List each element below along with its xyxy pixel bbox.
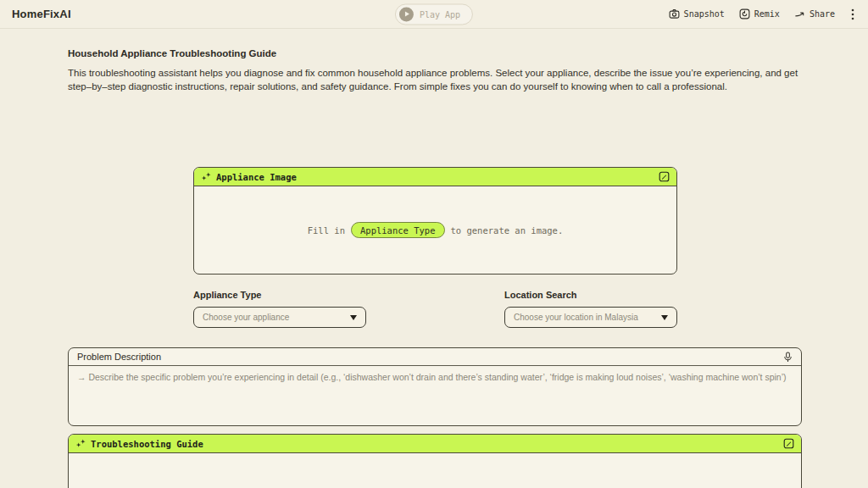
appliance-type-value: Choose your appliance: [203, 313, 289, 322]
sparkle-icon: [75, 438, 86, 449]
chevron-down-icon: [661, 315, 668, 320]
appliance-type-pill[interactable]: Appliance Type: [351, 222, 445, 238]
edit-icon[interactable]: [659, 171, 670, 182]
topbar-actions: Snapshot Remix Share: [669, 7, 856, 22]
problem-description-input[interactable]: [69, 366, 801, 424]
empty-state-prefix: Fill in: [308, 225, 345, 236]
edit-icon[interactable]: [783, 438, 794, 449]
appliance-type-label: Appliance Type: [193, 290, 366, 300]
location-search-select[interactable]: Choose your location in Malaysia: [504, 307, 677, 328]
app-title: HomeFixAI: [12, 8, 71, 20]
page-description: This troubleshooting assistant helps you…: [68, 66, 802, 93]
appliance-type-select[interactable]: Choose your appliance: [193, 307, 366, 328]
troubleshooting-guide-card: Troubleshooting Guide: [68, 434, 802, 488]
play-app-label: Play App: [420, 9, 460, 19]
appliance-image-card-header: Appliance Image: [194, 168, 676, 186]
play-app-button[interactable]: Play App: [395, 3, 473, 25]
appliance-image-card-title: Appliance Image: [216, 172, 297, 182]
location-search-group: Location Search Choose your location in …: [504, 290, 677, 328]
remix-label: Remix: [754, 9, 780, 19]
appliance-image-empty-state: Fill in Appliance Type to generate an im…: [194, 186, 676, 274]
location-search-label: Location Search: [504, 290, 677, 300]
problem-description-card: Problem Description: [68, 347, 802, 426]
location-search-value: Choose your location in Malaysia: [514, 313, 638, 322]
problem-description-title: Problem Description: [77, 352, 161, 362]
empty-state-suffix: to generate an image.: [451, 225, 564, 236]
arrow-right-icon: [794, 8, 805, 19]
problem-description-header: Problem Description: [69, 348, 801, 366]
share-label: Share: [810, 9, 835, 19]
remix-button[interactable]: Remix: [739, 8, 780, 19]
camera-icon: [669, 8, 680, 19]
snapshot-button[interactable]: Snapshot: [669, 8, 725, 19]
chevron-down-icon: [350, 315, 357, 320]
intro-section: Household Appliance Troubleshooting Guid…: [68, 48, 802, 93]
appliance-type-group: Appliance Type Choose your appliance: [193, 290, 366, 328]
appliance-image-card: Appliance Image Fill in Appliance Type t…: [193, 167, 677, 274]
page-title: Household Appliance Troubleshooting Guid…: [68, 48, 802, 58]
share-button[interactable]: Share: [794, 8, 835, 19]
top-bar: HomeFixAI Play App Snapshot: [0, 0, 868, 29]
microphone-icon[interactable]: [783, 352, 793, 363]
play-icon: [399, 7, 414, 21]
troubleshooting-guide-header: Troubleshooting Guide: [69, 435, 801, 453]
kebab-menu-icon[interactable]: [849, 7, 856, 22]
remix-icon: [739, 8, 750, 19]
snapshot-label: Snapshot: [684, 9, 725, 19]
sparkle-icon: [201, 171, 212, 182]
troubleshooting-guide-title: Troubleshooting Guide: [91, 439, 203, 449]
